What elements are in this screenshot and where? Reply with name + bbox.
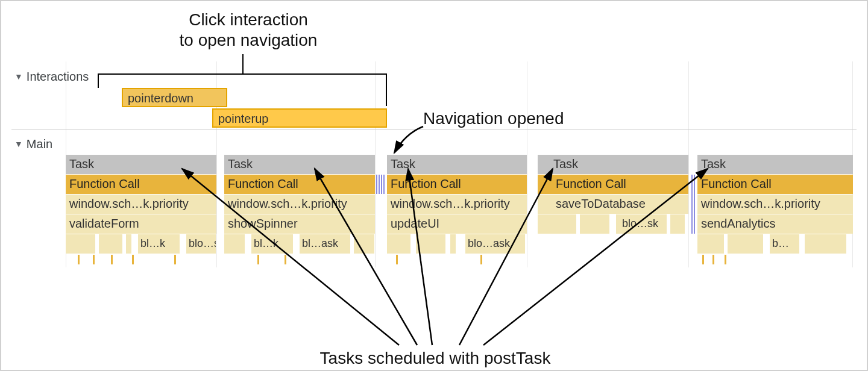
function-call-bar[interactable]: Function Call bbox=[387, 175, 527, 194]
microtask-stripes bbox=[376, 175, 387, 194]
task-column: Task Function Call window.sch…k.priority… bbox=[66, 155, 216, 254]
task-bar[interactable]: Task bbox=[66, 155, 216, 174]
stack-frame[interactable]: window.sch…k.priority bbox=[66, 195, 216, 214]
track-main[interactable]: ▼Main bbox=[14, 137, 52, 151]
interaction-pointerup[interactable]: pointerup bbox=[212, 108, 387, 128]
stack-frame[interactable]: validateForm bbox=[66, 214, 216, 234]
chevron-down-icon[interactable]: ▼ bbox=[14, 139, 23, 149]
task-column: Task Function Call window.sch…k.priority… bbox=[387, 155, 527, 254]
frag-row: blo…sk bbox=[538, 214, 688, 234]
track-label: Main bbox=[27, 137, 52, 151]
devtools-flamechart-figure: Click interaction to open navigation ▼In… bbox=[0, 0, 868, 371]
stack-frame[interactable]: window.sch…k.priority bbox=[697, 195, 853, 214]
stack-frame[interactable]: window.sch…k.priority bbox=[387, 195, 527, 214]
bracket-interactions bbox=[98, 73, 387, 75]
track-interactions[interactable]: ▼Interactions bbox=[14, 70, 89, 84]
annotation-postTask: Tasks scheduled with postTask bbox=[242, 348, 628, 369]
stack-frame[interactable]: showSpinner bbox=[224, 214, 375, 234]
function-call-bar[interactable]: Function Call bbox=[697, 175, 853, 194]
task-bar[interactable]: Task bbox=[538, 155, 688, 174]
task-bar[interactable]: Task bbox=[387, 155, 527, 174]
stack-frame[interactable]: updateUI bbox=[387, 214, 527, 234]
track-label: Interactions bbox=[27, 70, 89, 83]
function-call-bar[interactable]: Function Call bbox=[538, 175, 688, 194]
frag-row: bl…k blo…sk bbox=[66, 234, 216, 254]
annotation-navigation-opened: Navigation opened bbox=[423, 108, 564, 129]
annotation-click-interaction: Click interaction to open navigation bbox=[128, 10, 369, 50]
chevron-down-icon[interactable]: ▼ bbox=[14, 72, 23, 81]
interaction-pointerdown[interactable]: pointerdown bbox=[122, 88, 227, 107]
task-column: Task Function Call window.sch…k.priority… bbox=[224, 155, 375, 254]
task-bar[interactable]: Task bbox=[224, 155, 375, 174]
stack-frame[interactable]: window.sch…k.priority bbox=[224, 195, 375, 214]
task-bar[interactable]: Task bbox=[697, 155, 853, 174]
stack-frame[interactable]: saveToDatabase bbox=[538, 195, 688, 214]
microtask-stripes bbox=[691, 175, 697, 234]
function-call-bar[interactable]: Function Call bbox=[224, 175, 375, 194]
task-column: Task Function Call saveToDatabase blo…sk bbox=[538, 155, 688, 253]
frag-row: bl…k bl…ask bbox=[224, 234, 375, 254]
divider bbox=[11, 129, 857, 129]
frag-row: blo…ask bbox=[387, 234, 527, 254]
frag-row: b… bbox=[697, 234, 853, 254]
function-call-bar[interactable]: Function Call bbox=[66, 175, 216, 194]
task-column: Task Function Call window.sch…k.priority… bbox=[697, 155, 853, 254]
stack-frame[interactable]: sendAnalytics bbox=[697, 214, 853, 234]
